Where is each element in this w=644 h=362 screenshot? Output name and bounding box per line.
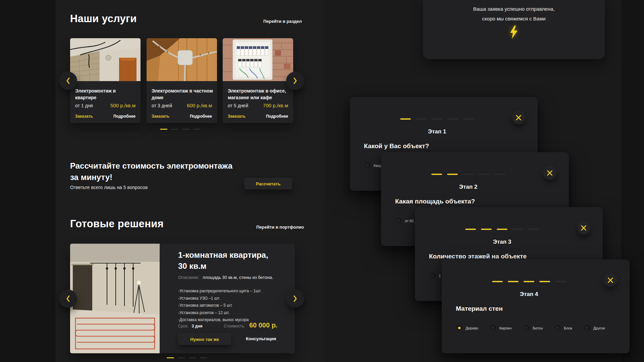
pagination-dash[interactable] <box>182 129 190 130</box>
service-photo-wooden-house <box>147 38 217 81</box>
service-photo-electrical-panel <box>223 38 293 81</box>
notification-line2: скоро мы свяжемся с Вами <box>423 16 605 21</box>
description-value: площадь 30 кв.м, стены из бетона. <box>203 275 273 280</box>
portfolio-section-link[interactable]: Перейти в портфолио <box>256 225 304 230</box>
calculate-button[interactable]: Рассчитать <box>244 178 292 189</box>
radio-icon[interactable] <box>430 273 435 279</box>
radio-option[interactable]: Другое <box>584 325 605 331</box>
step-title: Этап 4 <box>520 291 538 298</box>
services-section-title: Наши услуги <box>70 13 137 25</box>
radio-label: Кирпич <box>499 326 512 330</box>
radio-icon[interactable] <box>457 325 462 331</box>
radio-option[interactable]: Кирпич <box>490 325 512 331</box>
pagination-dash[interactable] <box>200 357 207 358</box>
calculator-subtitle: Ответьте всего лишь на 5 вопросов <box>70 185 148 190</box>
service-card[interactable]: Электромонтаж в офисе, магазине или кафе… <box>223 38 293 123</box>
service-card-title: Электромонтаж в частном доме <box>152 88 213 101</box>
page: { "colors": { "accent": "#e7c62e", "bg":… <box>0 0 644 362</box>
close-button[interactable] <box>543 166 556 180</box>
service-card-title: Электромонтаж в офисе, магазине или кафе <box>228 88 289 101</box>
chevron-right-icon <box>292 295 298 303</box>
service-price: 700 р./кв.м <box>263 103 288 108</box>
progress-dashes <box>400 118 474 120</box>
carousel-prev-button[interactable] <box>59 72 77 90</box>
chevron-left-icon <box>65 295 71 303</box>
radio-icon[interactable] <box>555 325 560 331</box>
portfolio-next-button[interactable] <box>286 290 304 308</box>
step-question: Какая площадь объекта? <box>395 198 475 205</box>
order-button[interactable]: Заказать <box>75 114 93 119</box>
step-title: Этап 1 <box>428 128 446 135</box>
radio-icon[interactable] <box>396 218 401 224</box>
list-item: -Установка УЗО –1 шт. <box>178 295 261 302</box>
radio-option[interactable]: 1 <box>430 273 441 279</box>
service-price: 500 р./кв.м <box>110 103 136 108</box>
pagination-dash[interactable] <box>171 129 178 130</box>
services-section-link[interactable]: Перейти в раздел <box>263 19 302 24</box>
close-icon <box>515 114 522 121</box>
description-label: Описание: <box>178 275 199 280</box>
pagination-dash[interactable] <box>167 357 174 358</box>
need-same-button[interactable]: Нужно так же <box>178 334 231 345</box>
service-card[interactable]: Электромонтаж в частном доме от 3 дней 6… <box>147 38 217 123</box>
list-item: -Установка распределительного щита – 1шт… <box>178 288 261 295</box>
more-button[interactable]: Подробнее <box>113 114 136 119</box>
more-button[interactable]: Подробнее <box>266 114 288 119</box>
cost-label: Стоимость: <box>224 324 245 328</box>
radio-option[interactable]: Дерево <box>457 325 478 331</box>
success-notification: Ваша заявка успешно отправлена, скоро мы… <box>423 0 605 59</box>
close-button[interactable] <box>512 111 525 124</box>
calculator-title-line1: Рассчитайте стоимость электромонтажа <box>70 160 232 172</box>
term-value: 3 дня <box>192 324 203 328</box>
pagination-dash[interactable] <box>189 357 196 358</box>
chevron-right-icon <box>292 77 298 85</box>
progress-dashes <box>431 174 505 175</box>
step-question: Материал стен <box>456 305 503 312</box>
pagination-dash[interactable] <box>160 129 167 130</box>
radio-icon[interactable] <box>490 325 496 331</box>
portfolio-items-list: -Установка распределительного щита – 1шт… <box>178 288 261 324</box>
radio-label: Дерево <box>466 326 478 330</box>
carousel-next-button[interactable] <box>286 72 304 90</box>
order-button[interactable]: Заказать <box>228 114 246 119</box>
close-icon <box>607 277 614 284</box>
radio-option[interactable]: Бетон <box>524 325 543 331</box>
radio-icon[interactable] <box>524 325 529 331</box>
notification-line1: Ваша заявка успешно отправлена, <box>423 6 605 12</box>
radio-label: Другое <box>593 326 605 330</box>
portfolio-carousel-pagination <box>167 357 207 358</box>
service-duration: от 5 дней <box>228 103 248 108</box>
consultation-button[interactable]: Консультация <box>246 336 276 341</box>
close-button[interactable] <box>577 221 590 235</box>
step-title: Этап 2 <box>459 184 477 190</box>
service-price: 600 р./кв.м <box>187 103 212 108</box>
radio-icon[interactable] <box>584 325 590 331</box>
list-item: -Установка розеток – 12 шт. <box>178 309 261 317</box>
term-label: Срок: <box>178 324 189 328</box>
order-button[interactable]: Заказать <box>152 114 169 119</box>
pagination-dash[interactable] <box>178 357 185 358</box>
progress-dashes <box>492 281 566 282</box>
close-icon <box>580 224 587 232</box>
progress-dashes <box>465 229 539 230</box>
cost-value: 60 000 р. <box>249 321 278 329</box>
radio-label: Блок <box>564 326 572 330</box>
more-button[interactable]: Подробнее <box>190 114 212 119</box>
list-item: -Установка автоматов – 5 шт. <box>178 302 261 309</box>
service-duration: от 3 дней <box>152 103 172 108</box>
portfolio-prev-button[interactable] <box>59 290 77 308</box>
radio-icon[interactable] <box>365 163 370 168</box>
portfolio-section-title: Готовые решения <box>70 218 164 230</box>
radio-label: 1 <box>439 274 441 278</box>
close-button[interactable] <box>604 274 617 287</box>
step-title: Этап 3 <box>493 239 511 245</box>
portfolio-card-title: 1-комнатная квартира, 30 кв.м <box>178 249 279 272</box>
chevron-left-icon <box>65 77 71 85</box>
radio-option[interactable]: Блок <box>555 325 572 331</box>
lightning-bolt-icon <box>509 25 518 40</box>
service-photo-apartment <box>70 38 141 81</box>
radio-label: Бетон <box>533 326 543 330</box>
service-card[interactable]: Электромонтаж в квартире от 1 дня 500 р.… <box>70 38 141 123</box>
portfolio-card: 1-комнатная квартира, 30 кв.м Описание:п… <box>70 244 295 353</box>
pagination-dash[interactable] <box>193 129 201 130</box>
